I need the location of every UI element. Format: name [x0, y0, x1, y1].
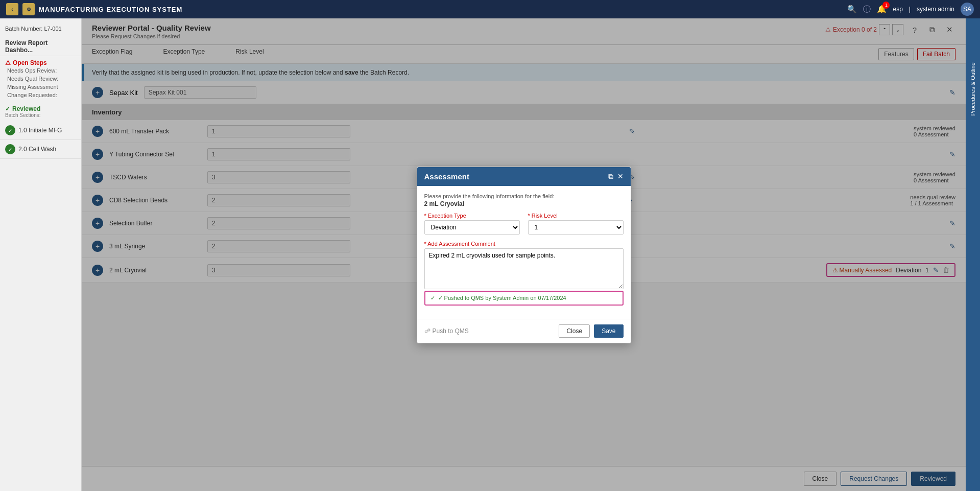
qms-check-icon: ✓	[431, 295, 435, 301]
reviewed-section: ✓ Reviewed Batch Sections:	[0, 102, 81, 121]
user-role: system admin	[917, 6, 954, 13]
search-icon[interactable]: 🔍	[847, 5, 857, 14]
right-sidebar: Procedures & Outline	[966, 18, 980, 491]
batch-number: Batch Number: L7-001	[0, 22, 81, 35]
modal-field-info: Please provide the following information…	[424, 193, 624, 199]
qms-status-text: ✓ Pushed to QMS by System Admin on 07/17…	[438, 295, 566, 301]
modal-expand-icon[interactable]: ⧉	[608, 172, 613, 181]
open-steps-title: ⚠ Open Steps	[5, 59, 76, 66]
sidebar-item-initiate-mfg[interactable]: ✓ 1.0 Initiate MFG	[0, 121, 81, 140]
step-icon-2: ✓	[5, 144, 15, 154]
needs-qual-review: Needs Qual Review:	[5, 75, 76, 83]
user-name: esp	[893, 6, 902, 13]
bell-icon[interactable]: 🔔 1	[877, 5, 887, 14]
modal-footer: ☍ Push to QMS Close Save	[417, 319, 631, 343]
sidebar-label-1: 1.0 Initiate MFG	[18, 127, 62, 134]
push-label: Push to QMS	[433, 328, 469, 335]
modal-overlay: Assessment ⧉ ✕ Please provide the follow…	[82, 18, 966, 491]
top-nav: ‹ ⚙ MANUFACTURING EXECUTION SYSTEM 🔍 ⓘ 🔔…	[0, 0, 980, 18]
app-title: MANUFACTURING EXECUTION SYSTEM	[39, 6, 182, 13]
nav-right: 🔍 ⓘ 🔔 1 esp | system admin SA	[847, 3, 974, 16]
modal-comment-label: * Add Assessment Comment	[424, 241, 624, 247]
push-to-qms-button[interactable]: ☍ Push to QMS	[424, 328, 469, 335]
change-requested: Change Requested:	[5, 91, 76, 99]
assessment-modal: Assessment ⧉ ✕ Please provide the follow…	[417, 167, 631, 343]
modal-exception-type-select[interactable]: Deviation Non-Conformance Other	[424, 220, 520, 235]
step-icon-1: ✓	[5, 125, 15, 135]
modal-footer-right: Close Save	[559, 324, 623, 338]
warning-icon: ⚠	[5, 59, 11, 66]
modal-risk-level-select[interactable]: 1 2 3	[528, 220, 624, 235]
nav-left: ‹ ⚙ MANUFACTURING EXECUTION SYSTEM	[6, 3, 182, 15]
procedures-outline-label[interactable]: Procedures & Outline	[969, 59, 977, 119]
modal-exception-type-field: * Exception Type Deviation Non-Conforman…	[424, 213, 520, 235]
modal-risk-level-field: * Risk Level 1 2 3	[528, 213, 624, 235]
main-layout: Batch Number: L7-001 Review Report Dashb…	[0, 18, 980, 491]
reviewed-title: ✓ Reviewed	[5, 105, 76, 112]
dashboard-title: Review Report Dashbo...	[0, 35, 81, 56]
main-content: Reviewer Portal - Quality Review Please …	[82, 18, 966, 491]
modal-type-risk-row: * Exception Type Deviation Non-Conforman…	[424, 213, 624, 235]
left-sidebar: Batch Number: L7-001 Review Report Dashb…	[0, 18, 82, 491]
modal-close-button[interactable]: Close	[559, 324, 590, 338]
needs-ops-review: Needs Ops Review:	[5, 66, 76, 75]
modal-title: Assessment	[424, 172, 469, 181]
modal-header: Assessment ⧉ ✕	[417, 167, 631, 186]
bell-badge: 1	[882, 2, 890, 9]
modal-comment-textarea[interactable]: Expired 2 mL cryovials used for sample p…	[424, 248, 624, 289]
modal-qms-status: ✓ ✓ Pushed to QMS by System Admin on 07/…	[424, 291, 624, 306]
batch-sections-label: Batch Sections:	[5, 112, 76, 118]
check-icon: ✓	[5, 105, 10, 112]
sidebar-item-cell-wash[interactable]: ✓ 2.0 Cell Wash	[0, 140, 81, 159]
user-separator: |	[909, 6, 911, 13]
open-steps-section: ⚠ Open Steps Needs Ops Review: Needs Qua…	[0, 56, 81, 102]
modal-header-icons: ⧉ ✕	[608, 172, 624, 181]
push-icon: ☍	[424, 328, 431, 335]
app-logo: ⚙	[22, 3, 35, 15]
missing-assessment: Missing Assessment	[5, 83, 76, 91]
modal-field-name: 2 mL Cryovial	[424, 200, 624, 207]
modal-risk-level-label: * Risk Level	[528, 213, 624, 219]
modal-exception-type-label: * Exception Type	[424, 213, 520, 219]
sidebar-label-2: 2.0 Cell Wash	[18, 146, 56, 153]
back-icon[interactable]: ‹	[6, 3, 18, 15]
modal-save-button[interactable]: Save	[594, 324, 623, 338]
modal-body: Please provide the following information…	[417, 186, 631, 319]
modal-close-icon[interactable]: ✕	[617, 172, 624, 180]
help-icon[interactable]: ⓘ	[863, 5, 871, 14]
avatar[interactable]: SA	[961, 3, 974, 16]
